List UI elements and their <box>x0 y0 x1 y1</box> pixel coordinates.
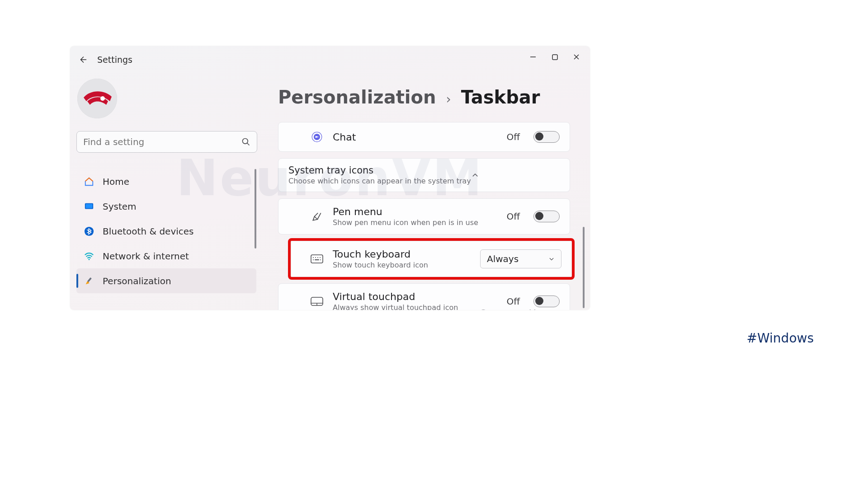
setting-desc: Show pen menu icon when pen is in use <box>333 218 478 227</box>
chat-icon <box>310 130 324 144</box>
touchpad-icon <box>310 295 324 308</box>
sidebar-item-label: Personalization <box>103 276 171 286</box>
sidebar-item-bluetooth[interactable]: Bluetooth & devices <box>76 219 256 244</box>
svg-point-8 <box>85 226 94 235</box>
svg-rect-1 <box>552 55 557 60</box>
svg-rect-7 <box>86 204 93 208</box>
svg-point-16 <box>317 257 318 258</box>
svg-rect-13 <box>311 255 323 263</box>
toggle-state-label: Off <box>506 211 520 222</box>
setting-title: Chat <box>333 131 356 143</box>
pen-icon <box>310 210 324 223</box>
sidebar: Home System Bluetooth & devices Network … <box>76 79 263 293</box>
svg-rect-10 <box>87 277 92 282</box>
sidebar-item-personalization[interactable]: Personalization <box>76 268 256 293</box>
window-title: Settings <box>97 55 132 65</box>
main-content: Personalization › Taskbar Chat Off Syste… <box>278 87 585 310</box>
chevron-down-icon <box>548 256 555 262</box>
main-scrollbar[interactable] <box>583 227 585 308</box>
breadcrumb-current: Taskbar <box>461 87 540 108</box>
avatar[interactable] <box>77 79 117 118</box>
svg-point-14 <box>313 257 314 258</box>
sidebar-item-home[interactable]: Home <box>76 169 256 194</box>
pen-menu-toggle[interactable] <box>533 211 560 222</box>
setting-row-touch-keyboard: Touch keyboard Show touch keyboard icon … <box>291 241 572 277</box>
setting-row-pen-menu: Pen menu Show pen menu icon when pen is … <box>278 198 570 235</box>
maximize-icon <box>552 54 558 60</box>
minimize-icon <box>530 54 536 60</box>
setting-desc: Always show virtual touchpad icon <box>333 303 458 310</box>
chat-toggle[interactable] <box>533 131 560 143</box>
section-title: System tray icons <box>288 165 471 176</box>
attribution: ComputerHope.com <box>479 308 579 310</box>
sidebar-item-label: Bluetooth & devices <box>103 226 194 237</box>
sidebar-item-label: Home <box>103 176 129 187</box>
svg-line-5 <box>247 143 250 145</box>
nav-scrollbar[interactable] <box>255 169 256 249</box>
sidebar-item-system[interactable]: System <box>76 194 256 219</box>
setting-title: Touch keyboard <box>333 249 428 260</box>
setting-desc: Show touch keyboard icon <box>333 261 428 269</box>
chevron-right-icon: › <box>446 92 451 107</box>
toggle-state-label: Off <box>506 296 520 307</box>
nav: Home System Bluetooth & devices Network … <box>76 169 256 293</box>
dropdown-value: Always <box>487 253 519 264</box>
home-icon <box>84 176 94 187</box>
section-system-tray[interactable]: System tray icons Choose which icons can… <box>278 158 570 192</box>
svg-point-17 <box>320 257 321 258</box>
section-desc: Choose which icons can appear in the sys… <box>288 177 471 185</box>
wifi-icon <box>84 251 94 262</box>
setting-title: Pen menu <box>333 206 478 217</box>
minimize-button[interactable] <box>522 49 544 65</box>
sidebar-item-label: Network & internet <box>103 251 189 262</box>
search-icon <box>241 137 250 146</box>
hashtag-label: #Windows <box>747 331 814 346</box>
sidebar-item-label: System <box>103 201 137 212</box>
svg-point-4 <box>243 139 248 144</box>
sidebar-item-network[interactable]: Network & internet <box>76 244 256 268</box>
arrow-left-icon <box>79 56 87 64</box>
touchpad-toggle[interactable] <box>533 296 560 307</box>
settings-window: NeuronVM Settings <box>70 46 590 310</box>
setting-row-virtual-touchpad: Virtual touchpad Always show virtual tou… <box>278 283 570 310</box>
bluetooth-icon <box>84 226 94 237</box>
svg-point-20 <box>320 259 321 260</box>
breadcrumb: Personalization › Taskbar <box>278 87 585 108</box>
window-controls <box>522 49 587 65</box>
maximize-button[interactable] <box>544 49 566 65</box>
svg-point-9 <box>89 258 90 260</box>
close-icon <box>573 54 580 60</box>
svg-point-3 <box>100 96 105 101</box>
back-button[interactable] <box>76 53 89 66</box>
touch-keyboard-dropdown[interactable]: Always <box>480 249 561 268</box>
svg-point-15 <box>315 257 316 258</box>
setting-title: Virtual touchpad <box>333 291 458 302</box>
search-input[interactable] <box>83 136 241 147</box>
toggle-state-label: Off <box>506 131 520 142</box>
breadcrumb-parent[interactable]: Personalization <box>278 87 436 108</box>
titlebar: Settings <box>70 46 590 73</box>
setting-row-chat: Chat Off <box>278 122 570 152</box>
avatar-image <box>77 79 117 118</box>
search-input-wrapper[interactable] <box>76 131 257 153</box>
close-button[interactable] <box>566 49 587 65</box>
svg-point-18 <box>313 259 314 260</box>
chevron-up-icon <box>471 171 479 179</box>
paintbrush-icon <box>84 276 94 286</box>
svg-rect-19 <box>315 259 319 260</box>
system-icon <box>84 201 94 212</box>
keyboard-icon <box>310 252 324 266</box>
